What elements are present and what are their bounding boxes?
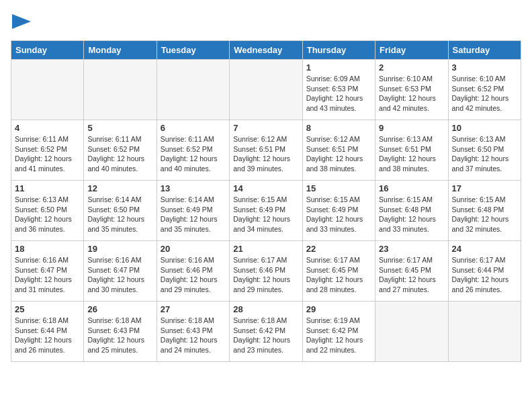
day-info: Sunrise: 6:09 AM Sunset: 6:53 PM Dayligh… — [306, 74, 371, 113]
day-info: Sunrise: 6:10 AM Sunset: 6:53 PM Dayligh… — [379, 74, 444, 113]
calendar-cell: 22Sunrise: 6:17 AM Sunset: 6:45 PM Dayli… — [302, 241, 375, 302]
day-number: 5 — [87, 123, 152, 133]
day-info: Sunrise: 6:18 AM Sunset: 6:43 PM Dayligh… — [161, 316, 226, 355]
calendar-cell — [448, 302, 521, 362]
day-number: 1 — [306, 62, 371, 73]
calendar-cell: 2Sunrise: 6:10 AM Sunset: 6:53 PM Daylig… — [375, 60, 448, 120]
day-info: Sunrise: 6:16 AM Sunset: 6:47 PM Dayligh… — [87, 255, 152, 295]
calendar-cell: 16Sunrise: 6:15 AM Sunset: 6:48 PM Dayli… — [375, 181, 448, 241]
calendar-cell: 13Sunrise: 6:14 AM Sunset: 6:49 PM Dayli… — [157, 181, 229, 241]
day-number: 12 — [87, 183, 152, 193]
day-info: Sunrise: 6:17 AM Sunset: 6:46 PM Dayligh… — [233, 255, 298, 295]
day-number: 16 — [379, 183, 444, 193]
day-info: Sunrise: 6:15 AM Sunset: 6:49 PM Dayligh… — [233, 195, 298, 234]
header-thursday: Thursday — [302, 41, 375, 60]
calendar-cell: 26Sunrise: 6:18 AM Sunset: 6:43 PM Dayli… — [84, 302, 157, 362]
day-number: 4 — [15, 123, 80, 133]
day-info: Sunrise: 6:14 AM Sunset: 6:50 PM Dayligh… — [87, 195, 152, 234]
day-number: 28 — [233, 304, 298, 314]
day-number: 18 — [15, 244, 80, 254]
calendar-cell: 12Sunrise: 6:14 AM Sunset: 6:50 PM Dayli… — [84, 181, 157, 241]
day-number: 26 — [87, 304, 152, 314]
day-info: Sunrise: 6:11 AM Sunset: 6:52 PM Dayligh… — [15, 134, 80, 174]
header-sunday: Sunday — [11, 41, 84, 60]
day-info: Sunrise: 6:17 AM Sunset: 6:45 PM Dayligh… — [306, 255, 371, 295]
day-number: 21 — [233, 244, 298, 254]
day-info: Sunrise: 6:11 AM Sunset: 6:52 PM Dayligh… — [161, 134, 226, 174]
day-number: 11 — [15, 183, 80, 193]
calendar-week-row: 25Sunrise: 6:18 AM Sunset: 6:44 PM Dayli… — [11, 302, 521, 362]
calendar-cell: 25Sunrise: 6:18 AM Sunset: 6:44 PM Dayli… — [11, 302, 84, 362]
day-info: Sunrise: 6:10 AM Sunset: 6:52 PM Dayligh… — [452, 74, 517, 113]
logo-icon — [12, 11, 34, 32]
header-wednesday: Wednesday — [230, 41, 302, 60]
day-number: 19 — [87, 244, 152, 254]
day-number: 22 — [306, 244, 371, 254]
calendar-cell: 10Sunrise: 6:13 AM Sunset: 6:50 PM Dayli… — [448, 120, 521, 181]
day-info: Sunrise: 6:13 AM Sunset: 6:51 PM Dayligh… — [379, 134, 444, 174]
calendar-cell: 27Sunrise: 6:18 AM Sunset: 6:43 PM Dayli… — [157, 302, 229, 362]
day-info: Sunrise: 6:16 AM Sunset: 6:47 PM Dayligh… — [15, 255, 80, 295]
calendar-cell: 6Sunrise: 6:11 AM Sunset: 6:52 PM Daylig… — [157, 120, 229, 181]
day-info: Sunrise: 6:19 AM Sunset: 6:42 PM Dayligh… — [306, 316, 371, 355]
calendar-cell: 9Sunrise: 6:13 AM Sunset: 6:51 PM Daylig… — [375, 120, 448, 181]
day-number: 2 — [379, 62, 444, 73]
calendar-cell: 1Sunrise: 6:09 AM Sunset: 6:53 PM Daylig… — [302, 60, 375, 120]
logo — [11, 11, 34, 35]
day-info: Sunrise: 6:15 AM Sunset: 6:49 PM Dayligh… — [306, 195, 371, 234]
calendar-cell: 11Sunrise: 6:13 AM Sunset: 6:50 PM Dayli… — [11, 181, 84, 241]
day-info: Sunrise: 6:16 AM Sunset: 6:46 PM Dayligh… — [161, 255, 226, 295]
day-info: Sunrise: 6:11 AM Sunset: 6:52 PM Dayligh… — [87, 134, 152, 174]
calendar-cell — [230, 60, 302, 120]
day-info: Sunrise: 6:14 AM Sunset: 6:49 PM Dayligh… — [161, 195, 226, 234]
page-header — [11, 11, 521, 35]
day-info: Sunrise: 6:12 AM Sunset: 6:51 PM Dayligh… — [306, 134, 371, 174]
calendar-cell: 20Sunrise: 6:16 AM Sunset: 6:46 PM Dayli… — [157, 241, 229, 302]
day-info: Sunrise: 6:12 AM Sunset: 6:51 PM Dayligh… — [233, 134, 298, 174]
day-number: 24 — [452, 244, 517, 254]
day-number: 23 — [379, 244, 444, 254]
calendar-cell: 29Sunrise: 6:19 AM Sunset: 6:42 PM Dayli… — [302, 302, 375, 362]
calendar-cell: 23Sunrise: 6:17 AM Sunset: 6:45 PM Dayli… — [375, 241, 448, 302]
header-monday: Monday — [84, 41, 157, 60]
calendar-cell: 8Sunrise: 6:12 AM Sunset: 6:51 PM Daylig… — [302, 120, 375, 181]
calendar-cell: 28Sunrise: 6:18 AM Sunset: 6:42 PM Dayli… — [230, 302, 302, 362]
calendar-cell: 17Sunrise: 6:15 AM Sunset: 6:48 PM Dayli… — [448, 181, 521, 241]
calendar-cell: 3Sunrise: 6:10 AM Sunset: 6:52 PM Daylig… — [448, 60, 521, 120]
calendar-cell — [157, 60, 229, 120]
day-number: 10 — [452, 123, 517, 133]
day-number: 8 — [306, 123, 371, 133]
calendar-cell: 15Sunrise: 6:15 AM Sunset: 6:49 PM Dayli… — [302, 181, 375, 241]
day-number: 27 — [161, 304, 226, 314]
day-info: Sunrise: 6:15 AM Sunset: 6:48 PM Dayligh… — [379, 195, 444, 234]
calendar-cell: 21Sunrise: 6:17 AM Sunset: 6:46 PM Dayli… — [230, 241, 302, 302]
calendar-week-row: 1Sunrise: 6:09 AM Sunset: 6:53 PM Daylig… — [11, 60, 521, 120]
calendar-cell: 5Sunrise: 6:11 AM Sunset: 6:52 PM Daylig… — [84, 120, 157, 181]
header-friday: Friday — [375, 41, 448, 60]
day-number: 9 — [379, 123, 444, 133]
day-number: 7 — [233, 123, 298, 133]
day-number: 13 — [161, 183, 226, 193]
day-number: 17 — [452, 183, 517, 193]
day-info: Sunrise: 6:17 AM Sunset: 6:45 PM Dayligh… — [379, 255, 444, 295]
header-saturday: Saturday — [448, 41, 521, 60]
calendar-week-row: 18Sunrise: 6:16 AM Sunset: 6:47 PM Dayli… — [11, 241, 521, 302]
day-info: Sunrise: 6:15 AM Sunset: 6:48 PM Dayligh… — [452, 195, 517, 234]
calendar-week-row: 11Sunrise: 6:13 AM Sunset: 6:50 PM Dayli… — [11, 181, 521, 241]
calendar-cell: 7Sunrise: 6:12 AM Sunset: 6:51 PM Daylig… — [230, 120, 302, 181]
calendar-cell — [375, 302, 448, 362]
day-number: 29 — [306, 304, 371, 314]
calendar-cell: 18Sunrise: 6:16 AM Sunset: 6:47 PM Dayli… — [11, 241, 84, 302]
day-info: Sunrise: 6:13 AM Sunset: 6:50 PM Dayligh… — [452, 134, 517, 174]
calendar-header-row: SundayMondayTuesdayWednesdayThursdayFrid… — [11, 41, 521, 60]
calendar-week-row: 4Sunrise: 6:11 AM Sunset: 6:52 PM Daylig… — [11, 120, 521, 181]
day-number: 25 — [15, 304, 80, 314]
svg-marker-0 — [12, 14, 31, 29]
calendar-cell — [11, 60, 84, 120]
day-info: Sunrise: 6:18 AM Sunset: 6:43 PM Dayligh… — [87, 316, 152, 355]
day-info: Sunrise: 6:13 AM Sunset: 6:50 PM Dayligh… — [15, 195, 80, 234]
calendar-cell: 14Sunrise: 6:15 AM Sunset: 6:49 PM Dayli… — [230, 181, 302, 241]
day-number: 3 — [452, 62, 517, 73]
day-info: Sunrise: 6:17 AM Sunset: 6:44 PM Dayligh… — [452, 255, 517, 295]
day-number: 6 — [161, 123, 226, 133]
